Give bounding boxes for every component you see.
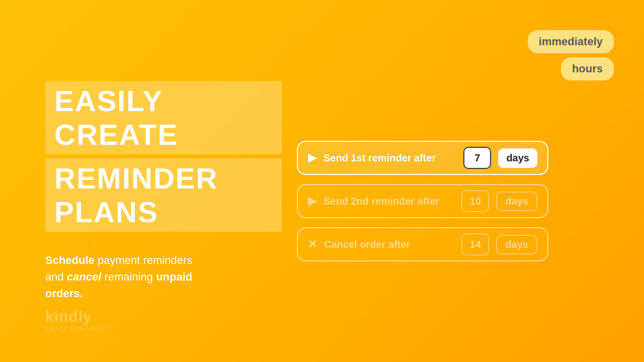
title-line1: EASILY CREATE [45,81,282,154]
cancel-order-label: Cancel order after [324,239,454,250]
title-block: EASILY CREATE REMINDER PLANS [45,81,282,232]
reminder-1-label: Send 1st reminder after [324,152,456,164]
desc-cancel: cancel [67,270,102,283]
reminder-2-input[interactable] [461,190,489,212]
reminder-2-icon: ▶ [308,195,316,208]
title-line1-text: EASILY CREATE [54,84,178,151]
reminder-1-input[interactable] [463,147,491,169]
cancel-order-unit[interactable]: days [496,235,537,254]
right-section: immediately hours ▶ Send 1st reminder af… [282,101,644,261]
logo-tagline: smart reminders [45,326,109,332]
reminders-container: ▶ Send 1st reminder after days ▶ Send 2n… [297,141,548,261]
reminder-2-label: Send 2nd reminder after [324,196,454,207]
description: Schedule payment remindersand cancel rem… [45,252,257,302]
left-section: EASILY CREATE REMINDER PLANS Schedule pa… [0,61,282,302]
reminder-1-unit[interactable]: days [498,148,537,168]
cancel-order-input[interactable] [461,233,489,255]
reminder-1-row: ▶ Send 1st reminder after days [297,141,548,175]
desc-schedule: Schedule [45,254,95,266]
immediately-chip[interactable]: immediately [528,30,614,53]
reminder-2-unit[interactable]: days [496,192,537,211]
cancel-order-icon: ✕ [308,238,317,251]
hours-chip[interactable]: hours [561,57,614,80]
dropdown-chips: immediately hours [528,30,614,80]
main-container: EASILY CREATE REMINDER PLANS Schedule pa… [0,0,644,362]
logo: kindly smart reminders [45,308,109,332]
logo-name: kindly [45,308,92,325]
cancel-order-row: ✕ Cancel order after days [297,227,548,261]
desc-part4: remaining [104,270,156,283]
title-line2: REMINDER PLANS [45,158,282,232]
reminder-1-icon: ▶ [308,151,316,164]
title-line2-text: REMINDER PLANS [54,162,218,228]
reminder-2-row: ▶ Send 2nd reminder after days [297,184,548,218]
